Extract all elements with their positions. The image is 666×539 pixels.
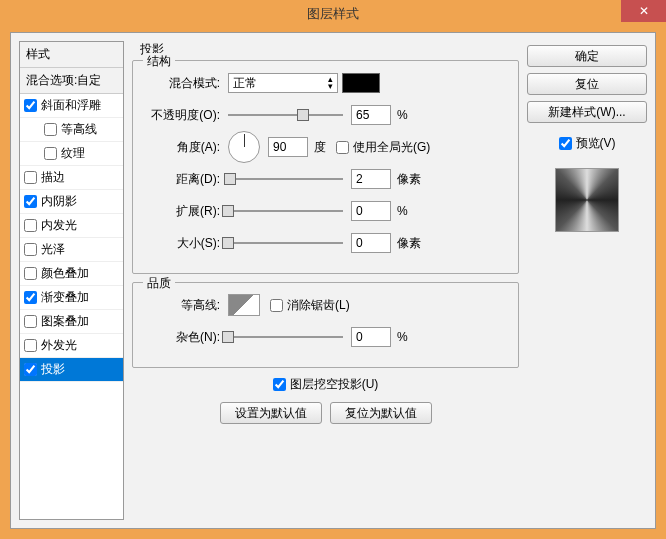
style-item-label: 内发光 xyxy=(41,217,77,234)
style-item-4[interactable]: 内阴影 xyxy=(20,190,123,214)
settings-panel: 投影 结构 混合模式: 正常 ▴▾ 不透明度(O): xyxy=(124,41,527,520)
style-item-checkbox[interactable] xyxy=(24,99,37,112)
structure-group: 结构 混合模式: 正常 ▴▾ 不透明度(O): % xyxy=(132,60,519,274)
noise-slider[interactable] xyxy=(228,327,343,347)
style-item-checkbox[interactable] xyxy=(24,219,37,232)
knockout-label: 图层挖空投影(U) xyxy=(290,376,379,393)
shadow-color-swatch[interactable] xyxy=(342,73,380,93)
size-row: 大小(S): 像素 xyxy=(143,231,508,255)
style-item-checkbox[interactable] xyxy=(24,291,37,304)
opacity-slider[interactable] xyxy=(228,105,343,125)
style-item-checkbox[interactable] xyxy=(44,123,57,136)
preview-checkbox[interactable]: 预览(V) xyxy=(527,135,647,152)
size-slider[interactable] xyxy=(228,233,343,253)
contour-row: 等高线: 消除锯齿(L) xyxy=(143,293,508,317)
reset-button[interactable]: 复位 xyxy=(527,73,647,95)
style-item-checkbox[interactable] xyxy=(44,147,57,160)
styles-header[interactable]: 样式 xyxy=(20,42,123,68)
angle-row: 角度(A): 度 使用全局光(G) xyxy=(143,135,508,159)
blend-options-header[interactable]: 混合选项:自定 xyxy=(20,68,123,94)
blend-mode-value: 正常 xyxy=(233,75,257,92)
style-item-checkbox[interactable] xyxy=(24,339,37,352)
opacity-input[interactable] xyxy=(351,105,391,125)
slider-thumb-icon[interactable] xyxy=(222,331,234,343)
set-default-button[interactable]: 设置为默认值 xyxy=(220,402,322,424)
noise-unit: % xyxy=(397,330,408,344)
style-item-label: 描边 xyxy=(41,169,65,186)
style-item-checkbox[interactable] xyxy=(24,267,37,280)
antialias-label: 消除锯齿(L) xyxy=(287,297,350,314)
style-item-5[interactable]: 内发光 xyxy=(20,214,123,238)
distance-row: 距离(D): 像素 xyxy=(143,167,508,191)
size-label: 大小(S): xyxy=(143,235,228,252)
opacity-unit: % xyxy=(397,108,408,122)
noise-input[interactable] xyxy=(351,327,391,347)
ok-button[interactable]: 确定 xyxy=(527,45,647,67)
style-item-label: 内阴影 xyxy=(41,193,77,210)
style-item-label: 斜面和浮雕 xyxy=(41,97,101,114)
contour-picker[interactable] xyxy=(228,294,260,316)
close-icon: ✕ xyxy=(639,4,649,18)
distance-slider[interactable] xyxy=(228,169,343,189)
style-item-6[interactable]: 光泽 xyxy=(20,238,123,262)
size-input[interactable] xyxy=(351,233,391,253)
styles-list: 样式 混合选项:自定 斜面和浮雕等高线纹理描边内阴影内发光光泽颜色叠加渐变叠加图… xyxy=(19,41,124,520)
style-item-1[interactable]: 等高线 xyxy=(20,118,123,142)
style-item-label: 等高线 xyxy=(61,121,97,138)
quality-legend: 品质 xyxy=(143,275,175,292)
blend-mode-row: 混合模式: 正常 ▴▾ xyxy=(143,71,508,95)
global-light-label: 使用全局光(G) xyxy=(353,139,430,156)
knockout-checkbox[interactable]: 图层挖空投影(U) xyxy=(273,376,379,393)
style-item-8[interactable]: 渐变叠加 xyxy=(20,286,123,310)
opacity-row: 不透明度(O): % xyxy=(143,103,508,127)
angle-unit: 度 xyxy=(314,139,326,156)
style-item-7[interactable]: 颜色叠加 xyxy=(20,262,123,286)
style-item-11[interactable]: 投影 xyxy=(20,358,123,382)
distance-label: 距离(D): xyxy=(143,171,228,188)
dialog-content: 样式 混合选项:自定 斜面和浮雕等高线纹理描边内阴影内发光光泽颜色叠加渐变叠加图… xyxy=(10,32,656,529)
spread-label: 扩展(R): xyxy=(143,203,228,220)
style-item-3[interactable]: 描边 xyxy=(20,166,123,190)
angle-dial[interactable] xyxy=(228,131,260,163)
structure-legend: 结构 xyxy=(143,53,175,70)
distance-input[interactable] xyxy=(351,169,391,189)
style-item-2[interactable]: 纹理 xyxy=(20,142,123,166)
action-panel: 确定 复位 新建样式(W)... 预览(V) xyxy=(527,41,647,520)
style-item-label: 渐变叠加 xyxy=(41,289,89,306)
global-light-checkbox[interactable]: 使用全局光(G) xyxy=(336,139,430,156)
slider-thumb-icon[interactable] xyxy=(222,237,234,249)
noise-label: 杂色(N): xyxy=(143,329,228,346)
spread-unit: % xyxy=(397,204,408,218)
knockout-row: 图层挖空投影(U) xyxy=(132,376,519,394)
default-buttons-row: 设置为默认值 复位为默认值 xyxy=(132,402,519,424)
slider-thumb-icon[interactable] xyxy=(224,173,236,185)
spread-input[interactable] xyxy=(351,201,391,221)
antialias-checkbox[interactable]: 消除锯齿(L) xyxy=(270,297,350,314)
style-item-label: 纹理 xyxy=(61,145,85,162)
spread-row: 扩展(R): % xyxy=(143,199,508,223)
style-item-10[interactable]: 外发光 xyxy=(20,334,123,358)
titlebar: 图层样式 ✕ xyxy=(0,0,666,28)
style-item-checkbox[interactable] xyxy=(24,195,37,208)
blend-mode-select[interactable]: 正常 ▴▾ xyxy=(228,73,338,93)
close-button[interactable]: ✕ xyxy=(621,0,666,22)
preview-thumbnail xyxy=(555,168,619,232)
style-item-label: 颜色叠加 xyxy=(41,265,89,282)
style-item-checkbox[interactable] xyxy=(24,243,37,256)
slider-thumb-icon[interactable] xyxy=(297,109,309,121)
angle-input[interactable] xyxy=(268,137,308,157)
angle-hand-icon xyxy=(244,134,245,147)
style-item-0[interactable]: 斜面和浮雕 xyxy=(20,94,123,118)
new-style-button[interactable]: 新建样式(W)... xyxy=(527,101,647,123)
style-item-checkbox[interactable] xyxy=(24,363,37,376)
distance-unit: 像素 xyxy=(397,171,421,188)
reset-default-button[interactable]: 复位为默认值 xyxy=(330,402,432,424)
preview-label: 预览(V) xyxy=(576,135,616,152)
spread-slider[interactable] xyxy=(228,201,343,221)
style-item-checkbox[interactable] xyxy=(24,171,37,184)
style-item-label: 光泽 xyxy=(41,241,65,258)
style-item-checkbox[interactable] xyxy=(24,315,37,328)
slider-thumb-icon[interactable] xyxy=(222,205,234,217)
style-item-9[interactable]: 图案叠加 xyxy=(20,310,123,334)
window-title: 图层样式 xyxy=(307,5,359,23)
